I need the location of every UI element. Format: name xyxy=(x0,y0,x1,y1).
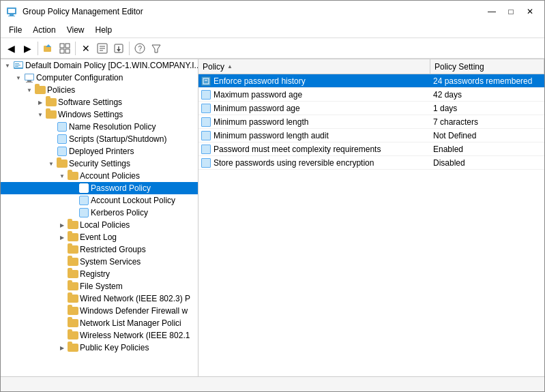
row-policy-text-2: Maximum password age xyxy=(213,90,302,100)
tree-deployed-printers[interactable]: Deployed Printers xyxy=(1,145,198,157)
tree-local-policies[interactable]: Local Policies xyxy=(1,219,198,231)
network-list-icon xyxy=(68,318,78,329)
tree-software-settings[interactable]: Software Settings xyxy=(1,96,198,108)
policies-label: Policies xyxy=(47,85,78,95)
row-setting-5: Not Defined xyxy=(430,130,544,141)
row-setting-7: Disabled xyxy=(430,157,544,168)
row-policy-text-5: Minimum password length audit xyxy=(213,131,329,140)
public-key-expander[interactable] xyxy=(57,342,68,353)
svg-rect-8 xyxy=(65,44,70,48)
wired-network-expander xyxy=(57,293,68,304)
tree-file-system[interactable]: File System xyxy=(1,280,198,292)
windows-settings-expander[interactable] xyxy=(35,109,46,120)
menu-action[interactable]: Action xyxy=(27,24,61,36)
windows-settings-icon xyxy=(46,109,57,120)
help-button[interactable]: ? xyxy=(132,41,147,56)
svg-rect-29 xyxy=(26,82,33,82)
registry-label: Registry xyxy=(80,269,113,279)
svg-rect-3 xyxy=(8,16,15,16)
view-button[interactable] xyxy=(57,41,72,56)
list-row[interactable]: Enforce password history 24 passwords re… xyxy=(198,74,544,88)
close-button[interactable]: ✕ xyxy=(521,5,539,18)
security-settings-label: Security Settings xyxy=(69,159,133,168)
row-icon-4 xyxy=(201,117,211,127)
tree-computer-config[interactable]: Computer Configuration xyxy=(1,72,198,84)
wired-network-label: Wired Network (IEEE 802.3) P xyxy=(80,294,193,303)
row-setting-3: 1 days xyxy=(430,103,544,114)
name-resolution-icon xyxy=(57,121,68,132)
list-row[interactable]: Password must meet complexity requiremen… xyxy=(198,142,544,156)
row-setting-2: 42 days xyxy=(430,89,544,100)
main-content: Default Domain Policy [DC-1.WIN.COMPANY.… xyxy=(1,59,544,376)
back-button[interactable]: ◀ xyxy=(3,41,18,56)
wireless-network-icon xyxy=(68,330,78,341)
tree-event-log[interactable]: Event Log xyxy=(1,231,198,243)
filter-button[interactable] xyxy=(149,41,164,56)
up-button[interactable] xyxy=(41,41,56,56)
col-header-setting[interactable]: Policy Setting xyxy=(430,59,544,74)
list-row[interactable]: Store passwords using reversible encrypt… xyxy=(198,156,544,170)
toolbar-sep-3 xyxy=(129,42,130,55)
tree-wireless-network[interactable]: Wireless Network (IEEE 802.1 xyxy=(1,329,198,342)
tree-registry[interactable]: Registry xyxy=(1,268,198,280)
list-row[interactable]: Minimum password length 7 characters xyxy=(198,115,544,129)
col-header-policy[interactable]: Policy ▲ xyxy=(198,59,430,74)
tree-network-list[interactable]: Network List Manager Polici xyxy=(1,317,198,329)
minimize-button[interactable]: — xyxy=(483,5,501,18)
tree-windows-settings[interactable]: Windows Settings xyxy=(1,108,198,121)
tree-windows-firewall[interactable]: Windows Defender Firewall w xyxy=(1,305,198,317)
tree-security-settings[interactable]: Security Settings xyxy=(1,157,198,170)
row-policy-text-3: Minimum password age xyxy=(213,104,300,113)
policies-expander[interactable] xyxy=(24,85,35,95)
tree-name-resolution[interactable]: Name Resolution Policy xyxy=(1,121,198,133)
event-log-expander[interactable] xyxy=(57,232,68,243)
wired-network-icon xyxy=(68,293,78,304)
tree-password-policy[interactable]: Password Policy xyxy=(1,182,198,194)
delete-button[interactable]: ✕ xyxy=(78,41,93,56)
list-row[interactable]: Maximum password age 42 days xyxy=(198,88,544,102)
scripts-icon xyxy=(57,134,68,145)
tree-policies[interactable]: Policies xyxy=(1,84,198,96)
tree-kerberos-policy[interactable]: Kerberos Policy xyxy=(1,207,198,219)
tree-system-services[interactable]: System Services xyxy=(1,256,198,268)
menu-help[interactable]: Help xyxy=(90,24,118,36)
windows-settings-label: Windows Settings xyxy=(58,110,126,119)
tree-root[interactable]: Default Domain Policy [DC-1.WIN.COMPANY.… xyxy=(1,59,198,72)
maximize-button[interactable]: □ xyxy=(502,5,520,18)
root-expander[interactable] xyxy=(2,60,13,71)
policies-folder-icon xyxy=(35,85,46,95)
software-settings-expander[interactable] xyxy=(35,97,46,108)
main-window: Group Policy Management Editor — □ ✕ Fil… xyxy=(0,0,545,392)
gpo-icon xyxy=(13,60,24,71)
svg-rect-1 xyxy=(8,9,15,13)
menu-file[interactable]: File xyxy=(3,24,27,36)
kerberos-policy-icon xyxy=(78,207,89,218)
forward-button[interactable]: ▶ xyxy=(20,41,35,56)
list-row[interactable]: Minimum password age 1 days xyxy=(198,102,544,115)
event-log-label: Event Log xyxy=(80,232,119,242)
security-settings-expander[interactable] xyxy=(46,158,57,169)
computer-config-expander[interactable] xyxy=(13,72,24,83)
tree-restricted-groups[interactable]: Restricted Groups xyxy=(1,243,198,256)
tree-wired-network[interactable]: Wired Network (IEEE 802.3) P xyxy=(1,292,198,305)
tree-panel: Default Domain Policy [DC-1.WIN.COMPANY.… xyxy=(1,59,198,376)
properties-button[interactable] xyxy=(95,41,110,56)
kerberos-policy-expander xyxy=(68,207,78,218)
windows-firewall-label: Windows Defender Firewall w xyxy=(80,306,190,316)
local-policies-expander[interactable] xyxy=(57,220,68,230)
row-policy-4: Minimum password length xyxy=(198,117,430,127)
menu-view[interactable]: View xyxy=(61,24,90,36)
list-header: Policy ▲ Policy Setting xyxy=(198,59,544,74)
row-policy-text-6: Password must meet complexity requiremen… xyxy=(213,145,381,154)
export-button[interactable] xyxy=(111,41,126,56)
svg-rect-27 xyxy=(25,74,33,80)
tree-public-key[interactable]: Public Key Policies xyxy=(1,342,198,354)
row-policy-3: Minimum password age xyxy=(198,103,430,114)
tree-account-policies[interactable]: Account Policies xyxy=(1,170,198,182)
tree-account-lockout[interactable]: Account Lockout Policy xyxy=(1,194,198,207)
tree-scripts[interactable]: Scripts (Startup/Shutdown) xyxy=(1,133,198,145)
scripts-expander xyxy=(46,134,57,145)
account-policies-expander[interactable] xyxy=(57,170,68,181)
list-row[interactable]: Minimum password length audit Not Define… xyxy=(198,129,544,142)
computer-config-label: Computer Configuration xyxy=(36,73,126,82)
